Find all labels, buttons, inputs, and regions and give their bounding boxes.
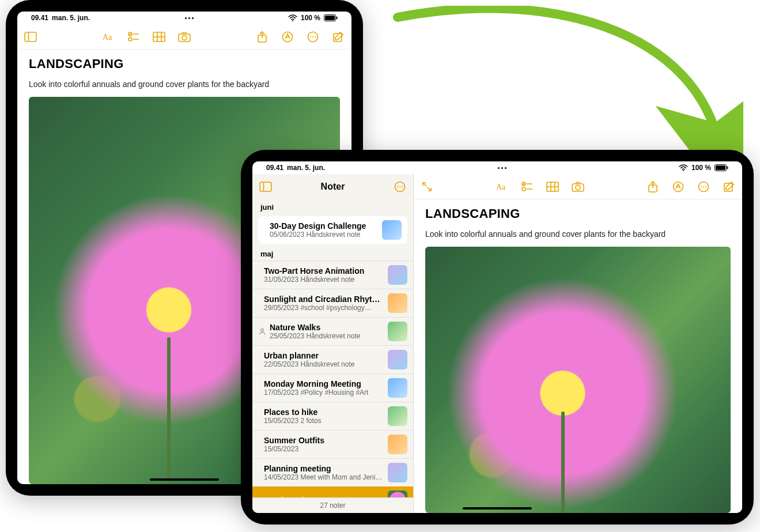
note-content[interactable]: Landscaping Look into colorful annuals a… <box>414 199 742 513</box>
note-item-thumbnail <box>388 463 407 482</box>
sidebar-note-item[interactable]: Landscaping <box>252 486 413 497</box>
sidebar-note-item[interactable]: Summer Outfits15/05/2023 <box>252 430 413 458</box>
share-icon[interactable] <box>255 30 270 44</box>
markup-icon[interactable] <box>671 180 686 194</box>
more-icon[interactable] <box>392 180 407 194</box>
wifi-icon <box>288 14 297 21</box>
notes-sidebar: Noter juni30-Day Design Challenge05/06/2… <box>252 174 414 513</box>
note-item-subtitle: 31/05/2023 Håndskrevet note <box>264 276 383 284</box>
camera-icon[interactable] <box>177 30 192 44</box>
note-item-subtitle: 14/05/2023 Meet with Mom and Jenica for… <box>264 473 383 481</box>
svg-point-9 <box>128 37 132 41</box>
svg-rect-2 <box>325 16 335 20</box>
battery-icon <box>714 164 728 171</box>
note-body: Look into colorful annuals and ground co… <box>29 80 340 89</box>
share-icon[interactable] <box>645 180 660 194</box>
note-photo[interactable] <box>425 247 731 513</box>
note-item-subtitle: 25/05/2023 Håndskrevet note <box>270 332 383 340</box>
svg-point-22 <box>312 36 313 37</box>
table-icon[interactable] <box>545 180 560 194</box>
sidebar-note-item[interactable]: Monday Morning Meeting17/05/2023 #Policy… <box>252 373 413 402</box>
sidebar-section-header: maj <box>252 246 413 261</box>
svg-point-32 <box>397 186 398 187</box>
note-item-thumbnail <box>388 491 407 497</box>
note-item-thumbnail <box>388 265 407 285</box>
svg-point-33 <box>399 186 400 187</box>
shared-icon <box>258 327 266 335</box>
note-title: Landscaping <box>425 206 731 221</box>
sidebar-toggle-icon[interactable] <box>23 30 38 44</box>
expand-icon[interactable] <box>419 180 434 194</box>
note-item-thumbnail <box>388 350 407 369</box>
note-toolbar: Aa <box>414 174 742 199</box>
status-bar: 09.41 man. 5. jun. 100 % <box>252 161 742 174</box>
note-body: Look into colorful annuals and ground co… <box>425 229 731 239</box>
note-item-thumbnail <box>388 378 407 398</box>
compose-icon[interactable] <box>721 180 736 194</box>
svg-rect-4 <box>25 32 36 41</box>
sidebar-note-item[interactable]: Two-Part Horse Animation31/05/2023 Hånds… <box>252 261 413 289</box>
note-item-subtitle: 15/05/2023 <box>264 445 383 453</box>
note-item-thumbnail <box>388 435 407 454</box>
svg-line-36 <box>423 183 426 186</box>
battery-icon <box>324 14 338 21</box>
table-icon[interactable] <box>152 30 167 44</box>
svg-point-48 <box>576 185 580 190</box>
ipad-landscape: 09.41 man. 5. jun. 100 % Noter juni30-Da… <box>241 150 754 525</box>
note-item-title: Monday Morning Meeting <box>264 379 383 388</box>
markup-icon[interactable] <box>280 30 295 44</box>
svg-point-25 <box>683 170 684 171</box>
sidebar-toggle-icon[interactable] <box>258 180 273 194</box>
more-icon[interactable] <box>305 30 320 44</box>
svg-point-54 <box>703 186 704 187</box>
svg-point-16 <box>182 35 187 40</box>
wifi-icon <box>679 164 688 171</box>
sidebar-note-item[interactable]: Nature Walks25/05/2023 Håndskrevet note <box>252 317 413 345</box>
note-item-thumbnail <box>388 406 407 426</box>
note-item-title: Places to hike <box>264 408 383 417</box>
note-item-subtitle: 17/05/2023 #Policy #Housing #Art <box>264 388 383 397</box>
sidebar-note-item[interactable]: Sunlight and Circadian Rhyth…29/05/2023 … <box>252 289 413 317</box>
camera-icon[interactable] <box>570 180 585 194</box>
status-time: 09.41 <box>266 164 283 172</box>
status-date: man. 5. jun. <box>287 164 325 172</box>
home-indicator[interactable] <box>463 507 532 510</box>
status-time: 09.41 <box>31 14 48 22</box>
svg-point-21 <box>310 36 311 37</box>
checklist-icon[interactable] <box>520 180 535 194</box>
note-item-title: Two-Part Horse Animation <box>264 266 383 276</box>
format-text-icon[interactable]: Aa <box>494 180 509 194</box>
status-battery: 100 % <box>691 164 711 172</box>
note-item-thumbnail <box>382 220 402 240</box>
note-item-subtitle: 15/05/2023 2 fotos <box>264 417 383 425</box>
sidebar-section-header: juni <box>252 199 413 214</box>
svg-rect-29 <box>260 182 271 191</box>
note-item-title: Sunlight and Circadian Rhyth… <box>264 295 383 304</box>
compose-icon[interactable] <box>331 30 346 44</box>
svg-rect-3 <box>336 17 337 20</box>
svg-text:Aa: Aa <box>103 33 112 41</box>
svg-point-53 <box>701 186 702 187</box>
svg-point-55 <box>705 186 706 187</box>
note-item-thumbnail <box>388 293 407 313</box>
multitasking-dots-icon[interactable] <box>498 167 506 169</box>
multitasking-dots-icon[interactable] <box>185 17 194 19</box>
note-item-title: Urban planner <box>264 351 383 360</box>
svg-line-37 <box>428 187 431 191</box>
format-text-icon[interactable]: Aa <box>101 30 116 44</box>
sidebar-note-item[interactable]: Planning meeting14/05/2023 Meet with Mom… <box>252 458 413 486</box>
note-item-subtitle: 22/05/2023 Håndskrevet note <box>264 360 383 368</box>
checklist-icon[interactable] <box>126 30 141 44</box>
home-indicator[interactable] <box>150 478 219 481</box>
sidebar-note-item[interactable]: Urban planner22/05/2023 Håndskrevet note <box>252 345 413 373</box>
sidebar-title: Noter <box>321 182 345 192</box>
note-item-title: 30-Day Design Challenge <box>270 221 377 231</box>
svg-point-23 <box>315 36 316 37</box>
note-item-subtitle: 05/06/2023 Håndskrevet note <box>270 231 377 239</box>
note-title: Landscaping <box>29 56 340 71</box>
sidebar-note-item[interactable]: Places to hike15/05/2023 2 fotos <box>252 402 413 430</box>
svg-rect-27 <box>716 165 725 170</box>
rotation-arrow-icon <box>375 6 743 173</box>
sidebar-note-item[interactable]: 30-Day Design Challenge05/06/2023 Håndsk… <box>258 216 407 244</box>
more-icon[interactable] <box>696 180 711 194</box>
